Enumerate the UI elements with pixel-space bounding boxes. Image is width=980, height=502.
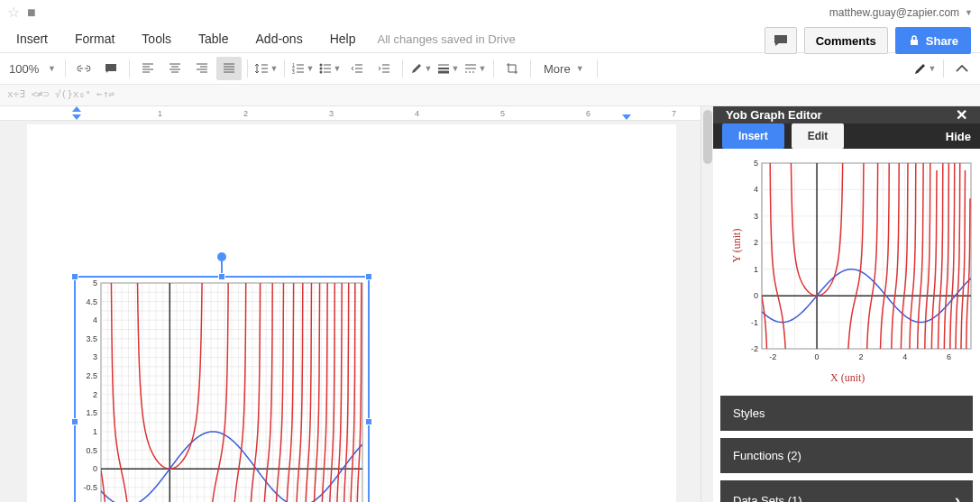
align-left-icon[interactable] [135,57,160,80]
comments-button[interactable]: Comments [804,27,888,54]
numbered-list-icon[interactable]: 123▼ [290,57,316,80]
rotate-handle[interactable] [217,252,226,261]
link-icon[interactable] [71,57,96,80]
align-right-icon[interactable] [189,57,215,80]
svg-text:3: 3 [754,212,758,221]
svg-text:2: 2 [858,352,863,361]
resize-handle-tl[interactable] [71,273,78,280]
chart-preview: Y (unit) -20246-2-1012345 X (unit) [713,149,980,392]
outdent-icon[interactable] [344,57,370,80]
menu-addons[interactable]: Add-ons [243,26,316,51]
user-email-text: matthew.guay@zapier.com [829,6,959,19]
border-style-icon[interactable]: ▼ [463,57,488,80]
svg-text:4: 4 [902,352,907,361]
sidebar-header: Yob Graph Editor ✕ [713,106,980,123]
user-menu[interactable]: matthew.guay@zapier.com ▼ [829,6,973,19]
svg-text:5: 5 [754,159,758,168]
folder-icon[interactable]: ■ [27,5,36,21]
indent-icon[interactable] [371,57,397,80]
border-weight-icon[interactable]: ▼ [435,57,461,80]
align-justify-icon[interactable] [216,57,242,80]
tab-edit[interactable]: Edit [792,123,845,149]
svg-rect-1 [105,64,116,71]
tab-insert[interactable]: Insert [722,123,784,149]
resize-handle-tr[interactable] [365,273,372,280]
align-center-icon[interactable] [162,57,188,80]
svg-rect-103 [762,163,971,349]
svg-rect-0 [911,40,918,45]
indent-marker-top[interactable] [72,106,81,112]
svg-text:-2: -2 [751,344,758,353]
svg-text:-1: -1 [751,318,758,327]
chevron-down-icon: ▼ [965,8,973,17]
graph-editor-sidebar: Yob Graph Editor ✕ Insert Edit Hide Y (u… [713,106,980,502]
preview-x-axis-label: X (unit) [830,371,865,385]
formula-bar: x÷∃ <≠⊃ √(}x₀ᵃ ←↑⇌ [0,85,980,106]
svg-text:0: 0 [815,352,820,361]
bullet-list-icon[interactable]: ▼ [317,57,343,80]
svg-text:1: 1 [754,265,758,274]
menu-insert[interactable]: Insert [4,26,60,51]
svg-text:4: 4 [754,185,758,194]
paint-tool-icon[interactable]: ▼ [408,57,434,80]
vertical-scrollbar[interactable] [701,106,713,502]
resize-handle-mr[interactable] [365,418,372,425]
indent-marker-bottom[interactable] [72,114,81,120]
menu-format[interactable]: Format [62,26,127,51]
ruler[interactable]: 1 2 3 4 5 6 7 [0,106,701,121]
close-icon[interactable]: ✕ [956,106,967,123]
comment-tool-icon[interactable] [98,57,124,80]
collapse-icon[interactable] [949,57,975,80]
accordion-styles[interactable]: Styles [720,396,973,431]
menu-help[interactable]: Help [317,26,369,51]
resize-handle-tm[interactable] [218,273,225,280]
star-icon[interactable]: ☆ [7,4,20,21]
svg-text:-2: -2 [769,352,776,361]
chevron-right-icon: › [955,491,960,502]
comment-icon-button[interactable] [765,27,797,54]
line-spacing-icon[interactable]: ▼ [253,57,279,80]
document-area[interactable]: 1 2 3 4 5 6 7 -2-101234567-1.5-1-0.500.5… [0,106,701,502]
svg-point-5 [319,64,322,67]
selection-outline [74,276,370,502]
svg-point-7 [319,71,322,74]
resize-handle-ml[interactable] [71,418,78,425]
pencil-icon[interactable]: ▼ [912,57,938,80]
share-label: Share [926,34,958,48]
accordion-datasets[interactable]: Data Sets (1) › [720,480,973,502]
svg-text:2: 2 [754,238,758,247]
sidebar-tabs: Insert Edit Hide [713,123,980,149]
svg-text:0: 0 [754,291,758,300]
svg-point-6 [319,68,322,70]
zoom-selector[interactable]: 100%▼ [5,57,60,80]
save-status: All changes saved in Drive [377,32,515,46]
more-button[interactable]: More▼ [536,62,591,76]
menu-table[interactable]: Table [186,26,241,51]
scroll-thumb[interactable] [703,110,712,164]
svg-text:3: 3 [292,69,295,74]
toolbar: 100%▼ ▼ 123▼ ▼ ▼ ▼ ▼ More▼ ▼ [0,52,980,85]
menu-tools[interactable]: Tools [129,26,184,51]
sidebar-title: Yob Graph Editor [726,108,822,122]
lock-icon [908,34,920,47]
inserted-chart-object[interactable]: -2-101234567-1.5-1-0.500.511.522.533.544… [76,278,368,502]
tab-hide[interactable]: Hide [946,130,971,143]
accordion-functions[interactable]: Functions (2) [720,438,973,473]
crop-icon[interactable] [499,57,525,80]
svg-text:6: 6 [947,352,951,361]
share-button[interactable]: Share [895,27,971,54]
right-indent-marker[interactable] [622,114,631,120]
preview-y-axis-label: Y (unit) [730,229,744,263]
